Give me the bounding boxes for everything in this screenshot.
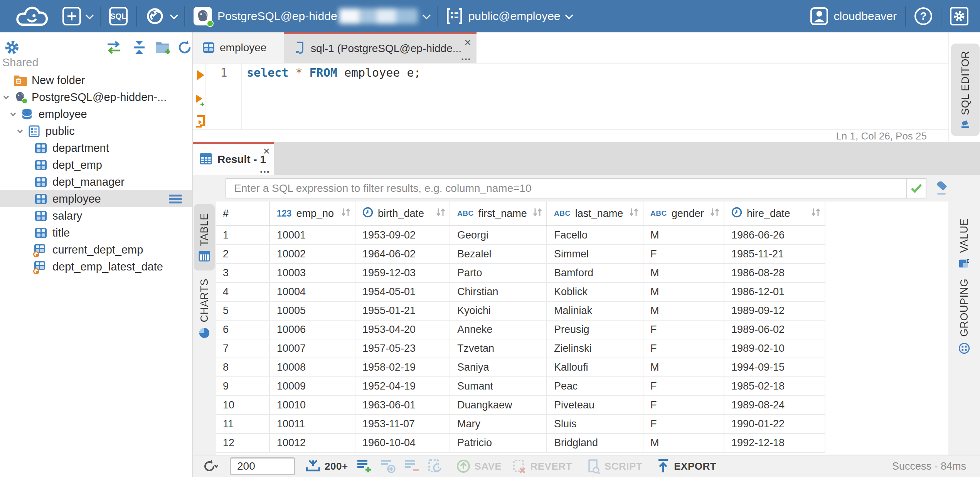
tab-more-icon[interactable]: ... (461, 51, 471, 62)
row-limit-input[interactable] (230, 457, 295, 475)
sort-icon[interactable] (811, 208, 821, 220)
database-icon (20, 108, 34, 120)
table-row: 4100041954-05-01ChirstianKoblickM1986-12… (216, 283, 825, 302)
execute-script-button[interactable] (195, 115, 206, 128)
table-row: 9100091952-04-19SumantPeacF1985-02-18 (216, 377, 825, 396)
tab-value-panel[interactable]: VALUE (948, 218, 980, 269)
execute-in-new-tab-button[interactable] (195, 94, 206, 107)
duplicate-row-button[interactable] (381, 459, 397, 474)
collapse-all-button[interactable] (130, 39, 148, 56)
postgresql-icon (13, 91, 27, 103)
sidebar-item-dept-emp-latest-date[interactable]: dept_emp_latest_date (0, 258, 192, 275)
sidebar-item-postgresql-connection[interactable]: PostgreSQL@ep-hidden-... (0, 89, 192, 106)
divider (905, 6, 906, 27)
sql-editor-panel-icon (961, 120, 970, 129)
tab-employee[interactable]: employee (193, 32, 284, 63)
script-icon (195, 115, 205, 128)
wrench-icon (145, 7, 165, 25)
sql-editor[interactable]: 1 select * FROM employee e; (193, 64, 948, 129)
apply-filter-button[interactable] (906, 179, 926, 198)
script-button[interactable]: SCRIPT (586, 459, 642, 474)
revert-button[interactable]: REVERT (512, 459, 572, 474)
tab-charts-view[interactable]: CHARTS (194, 275, 215, 342)
cursor-position: Ln 1, Col 26, Pos 25 (836, 130, 927, 142)
chevron-down-icon[interactable] (9, 112, 17, 116)
table-icon (34, 228, 48, 238)
delete-row-button[interactable] (404, 459, 421, 474)
sidebar-item-public-schema[interactable]: public (0, 123, 192, 139)
column-header-rownum[interactable]: # (216, 202, 270, 225)
chevron-down-icon[interactable] (16, 129, 24, 133)
chevron-down-icon[interactable] (2, 95, 10, 99)
close-icon[interactable]: × (464, 37, 471, 48)
sidebar-item-dept-manager[interactable]: dept_manager (0, 173, 192, 190)
cloudbeaver-logo-icon[interactable] (10, 4, 56, 28)
tab-sql-editor-panel[interactable]: SQL EDITOR (951, 44, 980, 136)
schema-selector[interactable]: public@employee (446, 7, 571, 25)
sql-code-line[interactable]: select * FROM employee e; (247, 66, 421, 79)
play-icon (196, 69, 205, 81)
sidebar-item-salary[interactable]: salary (0, 207, 192, 224)
sidebar-settings-button[interactable] (3, 39, 21, 56)
filter-input[interactable] (226, 179, 906, 198)
connection-selector[interactable]: PostgreSQL@ep-hidde (194, 7, 428, 25)
sync-connection-button[interactable] (105, 39, 123, 56)
editor-action-gutter (193, 64, 206, 129)
open-sql-editor-button[interactable]: SQL (109, 7, 128, 25)
result-filter-bar (193, 175, 980, 202)
new-folder-button[interactable] (154, 39, 172, 56)
tab-sql-editor[interactable]: sql-1 (PostgreSQL@ep-hidde... × ... (284, 32, 477, 63)
connection-name: PostgreSQL@ep-hidde (217, 10, 337, 23)
apply-changes-button[interactable] (428, 459, 443, 474)
script-preview-icon (586, 459, 601, 474)
column-header-birth-date[interactable]: birth_date (355, 202, 450, 225)
export-button[interactable]: EXPORT (656, 459, 716, 474)
sidebar-item-dept-emp[interactable]: dept_emp (0, 156, 192, 173)
query-status: Success - 84ms (892, 460, 966, 472)
sidebar-item-employee-table[interactable]: employee (0, 190, 192, 207)
sort-icon[interactable] (629, 208, 639, 220)
row-menu-icon[interactable] (169, 195, 182, 205)
sidebar-item-employee-database[interactable]: employee (0, 106, 192, 123)
sort-icon[interactable] (436, 208, 446, 220)
column-header-first-name[interactable]: ABC first_name (450, 202, 547, 225)
sidebar-item-new-folder[interactable]: New folder (0, 72, 192, 89)
check-icon (911, 183, 922, 193)
tab-grouping-panel[interactable]: GROUPING (948, 279, 980, 354)
column-header-hire-date[interactable]: hire_date (724, 202, 825, 225)
apply-changes-icon (428, 459, 443, 474)
table-row: 7100071957-05-23TzvetanZielinskiF1989-02… (216, 339, 825, 358)
sort-icon[interactable] (710, 208, 720, 220)
close-icon[interactable]: × (263, 145, 270, 157)
refresh-results-button[interactable] (202, 459, 218, 474)
fetch-more-button[interactable]: 200+ (305, 459, 348, 474)
tab-result-1[interactable]: Result - 1 × ... (193, 142, 274, 175)
help-button[interactable]: ? (914, 7, 932, 25)
tab-more-icon[interactable]: ... (260, 164, 270, 175)
tab-table-view[interactable]: TABLE (194, 204, 215, 270)
column-header-emp-no[interactable]: 123 emp_no (270, 202, 355, 225)
column-header-gender[interactable]: ABC gender (643, 202, 724, 225)
sidebar-item-department[interactable]: department (0, 139, 192, 156)
column-header-last-name[interactable]: ABC last_name (547, 202, 643, 225)
execute-query-button[interactable] (195, 69, 206, 81)
refresh-tree-button[interactable] (176, 39, 194, 56)
user-menu[interactable]: cloudbeaver (810, 7, 897, 25)
sort-icon[interactable] (341, 208, 351, 220)
top-bar: SQL PostgreSQL@ep-hidde public@employee (0, 0, 980, 32)
settings-button[interactable] (950, 7, 968, 25)
sql-icon: SQL (109, 7, 128, 25)
add-row-button[interactable] (357, 459, 373, 474)
sort-icon[interactable] (532, 208, 542, 220)
sidebar-item-current-dept-emp[interactable]: current_dept_emp (0, 241, 192, 258)
table-row: 8100081958-02-19SaniyaKalloufiM1994-09-1… (216, 358, 825, 377)
new-connection-button[interactable] (62, 7, 91, 25)
driver-tools-button[interactable] (145, 7, 176, 25)
chevron-down-icon (565, 11, 573, 19)
clear-filter-button[interactable] (932, 181, 948, 197)
save-button[interactable]: SAVE (456, 459, 502, 474)
swap-arrows-icon (105, 40, 122, 55)
sidebar-item-title[interactable]: title (0, 224, 192, 241)
cloudbeaver-app: SQL PostgreSQL@ep-hidde public@employee (0, 0, 980, 477)
line-number: 1 (206, 66, 241, 79)
